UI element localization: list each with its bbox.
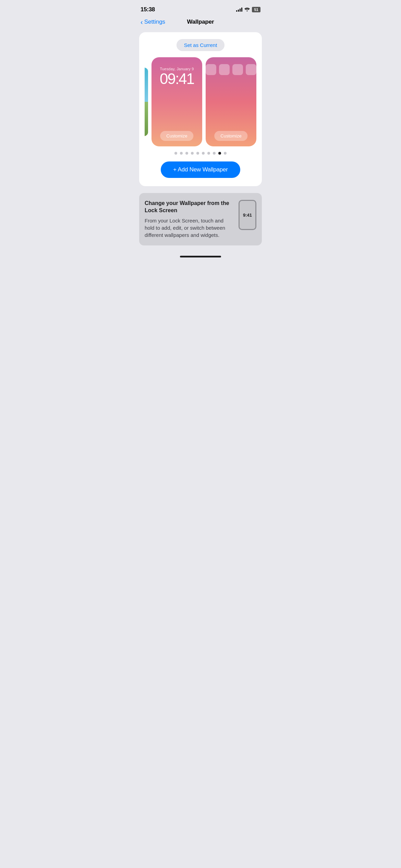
info-card-title: Change your Wallpaper from the Lock Scre… xyxy=(145,200,233,214)
page-dot-8[interactable] xyxy=(213,152,216,155)
info-card-phone: 9:41 xyxy=(239,200,256,230)
peek-left-content xyxy=(145,68,148,136)
page-dot-10[interactable] xyxy=(224,152,227,155)
navigation-bar: ‹ Settings Wallpaper xyxy=(134,17,267,29)
page-dot-4[interactable] xyxy=(191,152,194,155)
lockscreen-time: 09:41 xyxy=(151,70,202,87)
wallpaper-card: Set as Current Tuesday, January 9 09:41 … xyxy=(139,32,262,186)
home-icon-placeholder xyxy=(206,64,216,75)
page-dot-5[interactable] xyxy=(196,152,199,155)
page-dot-9-active[interactable] xyxy=(218,152,221,155)
status-icons: 51 xyxy=(236,7,260,12)
peek-left-wallpaper xyxy=(145,68,148,136)
wallpaper-previews-area: Tuesday, January 9 09:41 Customize Custo… xyxy=(145,57,256,146)
signal-icon xyxy=(236,8,242,12)
wifi-icon xyxy=(244,7,250,12)
info-card-body: From your Lock Screen, touch and hold to… xyxy=(145,217,233,239)
homescreen-preview[interactable]: Customize xyxy=(206,57,256,146)
battery-icon: 51 xyxy=(252,7,260,12)
peek-ground xyxy=(145,102,148,136)
page-dot-3[interactable] xyxy=(185,152,188,155)
add-wallpaper-button[interactable]: + Add New Wallpaper xyxy=(161,161,240,178)
home-indicator xyxy=(134,252,267,260)
page-dot-2[interactable] xyxy=(180,152,183,155)
info-card: Change your Wallpaper from the Lock Scre… xyxy=(139,193,262,245)
chevron-left-icon: ‹ xyxy=(141,19,143,25)
home-icon-placeholder xyxy=(232,64,243,75)
status-bar: 15:38 51 xyxy=(134,0,267,17)
info-phone-time: 9:41 xyxy=(243,213,252,218)
back-label: Settings xyxy=(144,19,165,25)
main-content: Set as Current Tuesday, January 9 09:41 … xyxy=(134,29,267,245)
lockscreen-customize-button[interactable]: Customize xyxy=(160,131,193,141)
status-time: 15:38 xyxy=(141,6,155,13)
home-icon-placeholder xyxy=(219,64,230,75)
page-dot-1[interactable] xyxy=(174,152,177,155)
info-card-text: Change your Wallpaper from the Lock Scre… xyxy=(145,200,233,239)
home-bar xyxy=(180,256,221,257)
page-dots xyxy=(145,152,256,155)
page-title: Wallpaper xyxy=(187,19,214,25)
homescreen-icons-row xyxy=(206,64,256,75)
set-as-current-container: Set as Current xyxy=(145,39,256,51)
page-dot-7[interactable] xyxy=(207,152,210,155)
home-icon-placeholder xyxy=(246,64,256,75)
add-wallpaper-container: + Add New Wallpaper xyxy=(145,161,256,178)
lockscreen-preview[interactable]: Tuesday, January 9 09:41 Customize xyxy=(151,57,202,146)
set-as-current-button[interactable]: Set as Current xyxy=(177,39,225,51)
page-dot-6[interactable] xyxy=(202,152,205,155)
back-button[interactable]: ‹ Settings xyxy=(141,19,165,25)
homescreen-customize-button[interactable]: Customize xyxy=(214,131,247,141)
